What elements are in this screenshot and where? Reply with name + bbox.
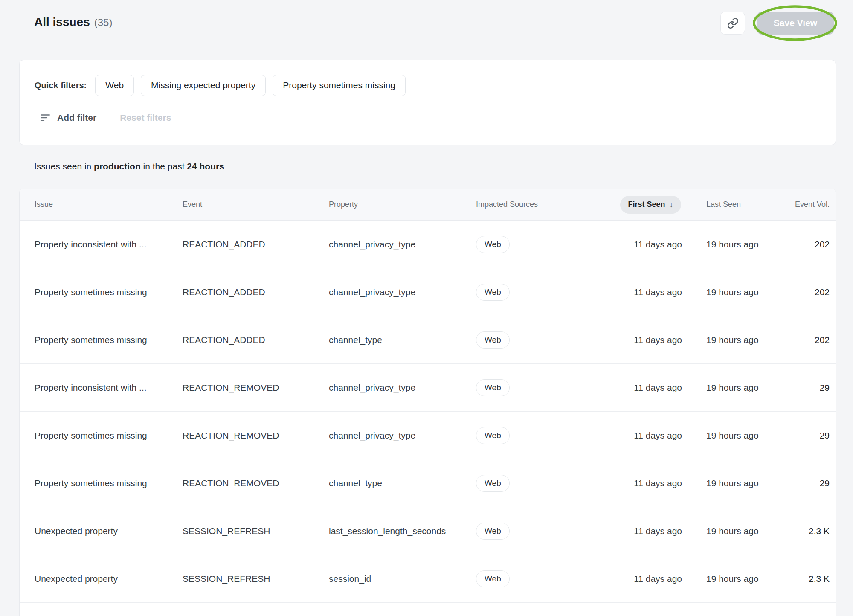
column-header-event-vol[interactable]: Event Vol. — [792, 200, 830, 209]
property-cell: channel_privacy_type — [329, 239, 476, 250]
property-cell: channel_privacy_type — [329, 287, 476, 297]
event-cell: REACTION_ADDED — [183, 239, 329, 250]
filter-actions-row: Add filter Reset filters — [40, 112, 171, 123]
event-vol-cell: 29 — [792, 478, 830, 488]
issue-count: (35) — [94, 17, 113, 29]
link-icon — [727, 17, 739, 29]
quick-filter-missing-expected-property[interactable]: Missing expected property — [141, 75, 266, 96]
source-badge-web: Web — [476, 284, 510, 301]
property-cell: channel_type — [329, 335, 476, 345]
column-header-last-seen[interactable]: Last Seen — [686, 200, 792, 209]
source-badge-web: Web — [476, 236, 510, 253]
quick-filter-web[interactable]: Web — [95, 75, 134, 96]
impacted-sources-cell: Web — [476, 379, 602, 396]
last-seen-cell: 19 hours ago — [686, 335, 792, 345]
source-badge-web: Web — [476, 427, 510, 444]
impacted-sources-cell: Web — [476, 427, 602, 444]
last-seen-cell: 19 hours ago — [686, 430, 792, 441]
filters-panel: Quick filters: Web Missing expected prop… — [19, 60, 836, 145]
column-header-impacted-sources[interactable]: Impacted Sources — [476, 200, 602, 209]
issue-cell: Unexpected property — [35, 526, 183, 536]
issue-cell: Property inconsistent with ... — [35, 239, 183, 250]
last-seen-cell: 19 hours ago — [686, 526, 792, 536]
event-cell: REACTION_REMOVED — [183, 383, 329, 393]
page-title-text: All issues — [34, 15, 90, 29]
issue-cell: Property inconsistent with ... — [35, 383, 183, 393]
first-seen-cell: 11 days ago — [602, 383, 686, 393]
copy-link-button[interactable] — [720, 12, 745, 35]
quick-filters-label: Quick filters: — [35, 81, 87, 90]
event-vol-cell: 202 — [792, 335, 830, 345]
table-row[interactable]: Property sometimes missing REACTION_REMO… — [20, 459, 836, 507]
first-seen-cell: 11 days ago — [602, 239, 686, 250]
last-seen-cell: 19 hours ago — [686, 574, 792, 584]
reset-filters-button[interactable]: Reset filters — [120, 113, 171, 123]
first-seen-cell: 11 days ago — [602, 478, 686, 488]
last-seen-cell: 19 hours ago — [686, 287, 792, 297]
event-cell: SESSION_REFRESH — [183, 574, 329, 584]
impacted-sources-cell: Web — [476, 236, 602, 253]
last-seen-cell: 19 hours ago — [686, 239, 792, 250]
event-vol-cell: 29 — [792, 383, 830, 393]
issue-cell: Property sometimes missing — [35, 478, 183, 488]
issues-table: Issue Event Property Impacted Sources Fi… — [19, 189, 836, 616]
first-seen-cell: 11 days ago — [602, 526, 686, 536]
event-vol-cell: 202 — [792, 287, 830, 297]
event-cell: REACTION_REMOVED — [183, 430, 329, 441]
impacted-sources-cell: Web — [476, 523, 602, 540]
last-seen-cell: 19 hours ago — [686, 478, 792, 488]
first-seen-cell: 11 days ago — [602, 430, 686, 441]
issue-cell: Property sometimes missing — [35, 335, 183, 345]
impacted-sources-cell: Web — [476, 475, 602, 492]
last-seen-cell: 19 hours ago — [686, 383, 792, 393]
property-cell: session_id — [329, 574, 476, 584]
first-seen-sort-pill[interactable]: First Seen ↓ — [620, 196, 681, 214]
event-vol-cell: 2.3 K — [792, 526, 830, 536]
first-seen-cell: 11 days ago — [602, 335, 686, 345]
quick-filter-property-sometimes-missing[interactable]: Property sometimes missing — [273, 75, 406, 96]
table-row[interactable]: Unexpected property SESSION_REFRESH sess… — [20, 555, 836, 603]
impacted-sources-cell: Web — [476, 570, 602, 587]
event-cell: REACTION_ADDED — [183, 335, 329, 345]
source-badge-web: Web — [476, 331, 510, 349]
column-header-event[interactable]: Event — [183, 200, 329, 209]
summary-environment: production — [94, 161, 141, 171]
page-title: All issues (35) — [34, 15, 112, 29]
column-header-issue[interactable]: Issue — [35, 200, 183, 209]
first-seen-label: First Seen — [628, 200, 665, 209]
property-cell: channel_privacy_type — [329, 383, 476, 393]
sort-descending-icon: ↓ — [670, 200, 674, 209]
table-header-row: Issue Event Property Impacted Sources Fi… — [20, 189, 836, 221]
table-row[interactable]: Property inconsistent with ... REACTION_… — [20, 221, 836, 268]
filter-lines-icon — [40, 112, 51, 123]
first-seen-cell: 11 days ago — [602, 574, 686, 584]
table-row[interactable]: Unexpected property SESSION_REFRESH last… — [20, 507, 836, 555]
issue-cell: Property sometimes missing — [35, 287, 183, 297]
add-filter-button[interactable]: Add filter — [40, 112, 96, 123]
event-vol-cell: 202 — [792, 239, 830, 250]
property-cell: channel_privacy_type — [329, 430, 476, 441]
summary-prefix: Issues seen in — [34, 161, 94, 171]
table-row[interactable]: Property sometimes missing REACTION_ADDE… — [20, 316, 836, 364]
event-vol-cell: 2.3 K — [792, 574, 830, 584]
summary-middle: in the past — [141, 161, 187, 171]
toolbar: Save View — [720, 12, 834, 35]
column-header-property[interactable]: Property — [329, 200, 476, 209]
save-view-button[interactable]: Save View — [757, 12, 834, 35]
summary-timeframe: 24 hours — [187, 161, 224, 171]
property-cell: last_session_length_seconds — [329, 526, 476, 536]
quick-filters-row: Quick filters: Web Missing expected prop… — [35, 75, 821, 96]
column-header-first-seen: First Seen ↓ — [602, 196, 686, 214]
table-row[interactable]: Property sometimes missing REACTION_REMO… — [20, 412, 836, 459]
source-badge-web: Web — [476, 523, 510, 540]
table-row[interactable]: Property inconsistent with ... REACTION_… — [20, 364, 836, 412]
impacted-sources-cell: Web — [476, 331, 602, 349]
table-row-partial — [20, 603, 836, 616]
source-badge-web: Web — [476, 570, 510, 587]
table-row[interactable]: Property sometimes missing REACTION_ADDE… — [20, 268, 836, 316]
source-badge-web: Web — [476, 379, 510, 396]
event-cell: REACTION_ADDED — [183, 287, 329, 297]
issue-cell: Property sometimes missing — [35, 430, 183, 441]
impacted-sources-cell: Web — [476, 284, 602, 301]
first-seen-cell: 11 days ago — [602, 287, 686, 297]
